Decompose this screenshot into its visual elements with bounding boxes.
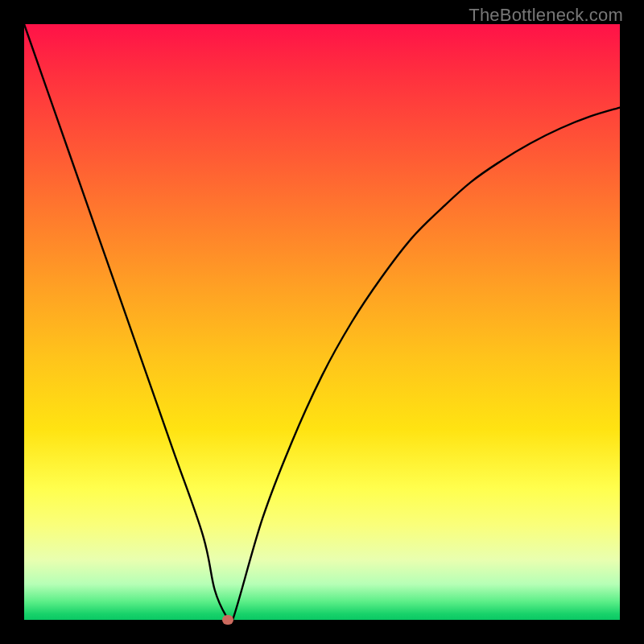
bottleneck-curve (24, 24, 620, 628)
curve-svg (24, 24, 620, 620)
plot-area (24, 24, 620, 620)
optimal-point-marker (222, 615, 233, 625)
chart-frame: TheBottleneck.com (0, 0, 644, 644)
watermark-text: TheBottleneck.com (469, 5, 623, 26)
